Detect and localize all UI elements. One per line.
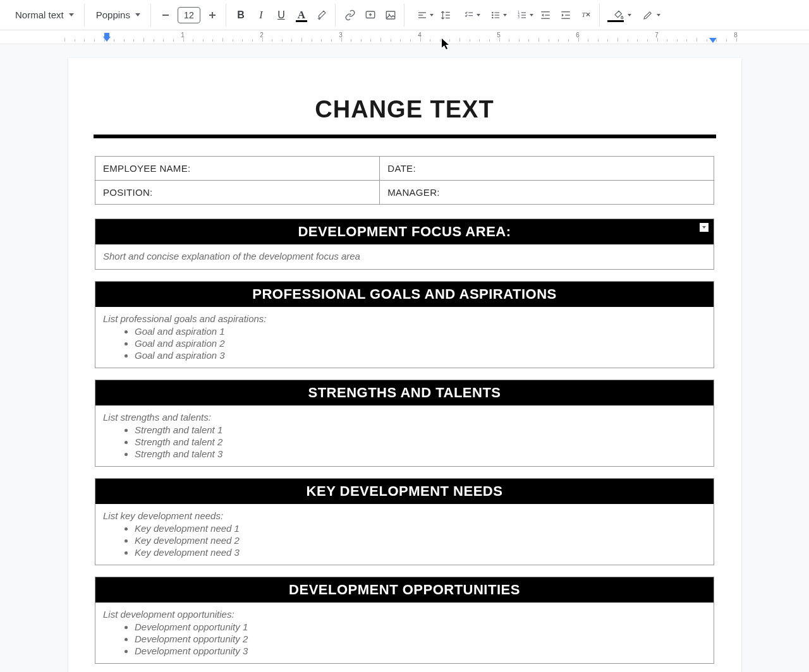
section[interactable]: STRENGTHS AND TALENTSList strengths and … — [95, 380, 714, 467]
list-item[interactable]: Strength and talent 3 — [135, 448, 706, 460]
text-color-icon: A — [298, 9, 305, 21]
line-spacing-button[interactable] — [436, 6, 455, 25]
list-item[interactable]: Goal and aspiration 2 — [135, 337, 706, 349]
add-comment-button[interactable] — [361, 6, 380, 25]
section-header[interactable]: KEY DEVELOPMENT NEEDS — [95, 479, 714, 504]
list-item[interactable]: Development opportunity 2 — [135, 633, 706, 645]
bold-icon: B — [237, 9, 245, 21]
font-size-input[interactable] — [178, 7, 200, 23]
section-lead-text[interactable]: List development opportunities: — [103, 609, 706, 620]
section-header[interactable]: DEVELOPMENT OPPORTUNITIES — [95, 577, 714, 603]
document-canvas: CHANGE TEXT EMPLOYEE NAME: DATE: POSITIO… — [0, 44, 809, 672]
chevron-down-icon — [69, 13, 74, 16]
section-header[interactable]: STRENGTHS AND TALENTS — [95, 380, 714, 405]
table-row[interactable]: EMPLOYEE NAME: DATE: — [95, 157, 714, 181]
document-title[interactable]: CHANGE TEXT — [94, 96, 716, 123]
employee-name-cell[interactable]: EMPLOYEE NAME: — [95, 157, 380, 181]
clear-formatting-button[interactable]: T — [576, 6, 595, 25]
font-family-select[interactable]: Poppins — [90, 6, 147, 24]
bulleted-list-button[interactable] — [483, 6, 508, 25]
section-list[interactable]: Development opportunity 1Development opp… — [103, 621, 706, 657]
section[interactable]: DEVELOPMENT OPPORTUNITIESList developmen… — [95, 577, 714, 664]
decrease-indent-button[interactable] — [536, 6, 555, 25]
checklist-button[interactable] — [456, 6, 482, 25]
fill-color-button[interactable] — [605, 6, 633, 25]
chevron-down-icon — [530, 14, 533, 16]
outdent-icon — [540, 9, 551, 21]
decrease-font-size-button[interactable] — [156, 6, 175, 25]
section-lead-text[interactable]: List professional goals and aspirations: — [103, 313, 706, 324]
section[interactable]: KEY DEVELOPMENT NEEDSList key developmen… — [95, 478, 714, 565]
section-body[interactable]: List development opportunities:Developme… — [95, 603, 714, 663]
list-item[interactable]: Key development need 2 — [135, 534, 706, 546]
clear-format-icon: T — [580, 9, 592, 21]
section-body[interactable]: List professional goals and aspirations:… — [95, 307, 714, 368]
list-item[interactable]: Key development need 3 — [135, 546, 706, 558]
position-cell[interactable]: POSITION: — [95, 181, 380, 205]
paint-bucket-icon — [613, 9, 624, 21]
link-icon — [344, 9, 356, 21]
section-list[interactable]: Strength and talent 1Strength and talent… — [103, 424, 706, 460]
font-family-label: Poppins — [96, 9, 130, 20]
section[interactable]: PROFESSIONAL GOALS AND ASPIRATIONSList p… — [95, 281, 714, 368]
list-item[interactable]: Key development need 1 — [135, 522, 706, 534]
manager-cell[interactable]: MANAGER: — [380, 181, 714, 205]
chevron-down-icon — [135, 13, 140, 16]
table-handle-icon[interactable] — [700, 223, 709, 232]
fill-color-swatch — [607, 20, 624, 22]
list-item[interactable]: Goal and aspiration 3 — [135, 349, 706, 361]
image-icon — [385, 9, 396, 21]
insert-link-button[interactable] — [341, 6, 360, 25]
list-item[interactable]: Goal and aspiration 1 — [135, 325, 706, 337]
svg-rect-2 — [212, 12, 213, 18]
svg-text:T: T — [581, 11, 586, 18]
list-item[interactable]: Development opportunity 3 — [135, 645, 706, 657]
indent-icon — [560, 9, 571, 21]
svg-text:3: 3 — [518, 16, 520, 19]
section[interactable]: DEVELOPMENT FOCUS AREA:Short and concise… — [95, 219, 714, 270]
section-lead-text[interactable]: List strengths and talents: — [103, 412, 706, 423]
section-list[interactable]: Key development need 1Key development ne… — [103, 522, 706, 558]
section-list[interactable]: Goal and aspiration 1Goal and aspiration… — [103, 325, 706, 361]
svg-point-18 — [492, 14, 494, 16]
section-header[interactable]: DEVELOPMENT FOCUS AREA: — [95, 219, 714, 244]
insert-image-button[interactable] — [381, 6, 400, 25]
date-cell[interactable]: DATE: — [380, 157, 714, 181]
svg-point-20 — [492, 16, 494, 18]
section-body[interactable]: List key development needs:Key developme… — [95, 504, 714, 565]
employee-info-table[interactable]: EMPLOYEE NAME: DATE: POSITION: MANAGER: — [95, 156, 714, 205]
text-color-button[interactable]: A — [292, 6, 311, 25]
comment-plus-icon — [365, 9, 376, 21]
bullet-list-icon — [490, 10, 501, 20]
italic-button[interactable]: I — [252, 6, 271, 25]
document-page[interactable]: CHANGE TEXT EMPLOYEE NAME: DATE: POSITIO… — [68, 58, 741, 672]
border-button[interactable] — [634, 6, 662, 25]
paragraph-style-select[interactable]: Normal text — [9, 6, 80, 24]
list-item[interactable]: Strength and talent 2 — [135, 436, 706, 448]
section-header[interactable]: PROFESSIONAL GOALS AND ASPIRATIONS — [95, 282, 714, 307]
plus-icon — [208, 11, 217, 20]
chevron-down-icon — [430, 14, 434, 16]
horizontal-ruler[interactable]: 12345678 — [0, 30, 809, 44]
highlight-color-button[interactable] — [312, 6, 331, 25]
increase-indent-button[interactable] — [556, 6, 575, 25]
numbered-list-icon: 123 — [517, 10, 527, 20]
numbered-list-button[interactable]: 123 — [509, 6, 535, 25]
section-lead-text[interactable]: List key development needs: — [103, 510, 706, 521]
chevron-down-icon — [503, 14, 507, 16]
formatting-toolbar: Normal text Poppins B I U A — [0, 0, 809, 30]
svg-point-16 — [492, 11, 494, 13]
underline-button[interactable]: U — [272, 6, 291, 25]
table-row[interactable]: POSITION: MANAGER: — [95, 181, 714, 205]
section-body[interactable]: Short and concise explanation of the dev… — [95, 244, 714, 269]
increase-font-size-button[interactable] — [203, 6, 222, 25]
section-lead-text[interactable]: Short and concise explanation of the dev… — [103, 251, 706, 261]
list-item[interactable]: Development opportunity 1 — [135, 621, 706, 633]
italic-icon: I — [259, 9, 262, 21]
bold-button[interactable]: B — [231, 6, 250, 25]
checklist-icon — [464, 10, 474, 20]
list-item[interactable]: Strength and talent 1 — [135, 424, 706, 436]
align-button[interactable] — [410, 6, 435, 25]
chevron-down-icon — [657, 14, 660, 16]
section-body[interactable]: List strengths and talents:Strength and … — [95, 405, 714, 466]
